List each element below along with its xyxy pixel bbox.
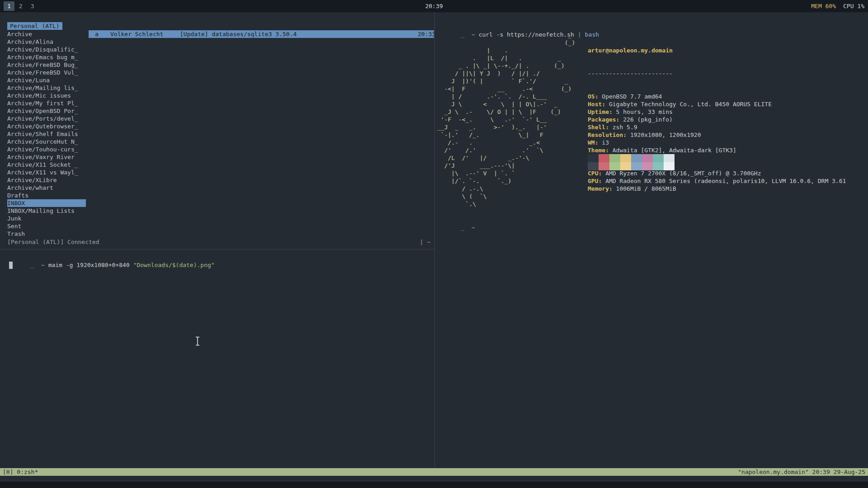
message-sender: Volker Schlecht [110,30,163,38]
neofetch-info-line: CPU: AMD Ryzen 7 2700X (8/16,_SMT_off) @… [588,169,846,177]
folder-item[interactable]: INBOX/Mailing Lists [7,207,86,215]
palette-swatch [609,154,620,162]
folder-item[interactable]: Trash [7,230,86,238]
info-value: 1920x1080, 1200x1920 [627,131,701,138]
info-value: zsh 5.9 [609,124,637,131]
pipe-char: | [578,31,581,38]
palette-swatch [620,154,631,162]
folder-item[interactable]: Archive/Qutebrowser_ [7,122,86,130]
mail-status-connected: [Personal (ATL)] Connected [7,239,99,245]
account-tab[interactable]: Personal (ATL) [7,22,62,30]
neofetch-info-line: Theme: Adwaita [GTK2], Adwaita-dark [GTK… [588,146,846,154]
info-value: OpenBSD 7.7 amd64 [598,93,662,100]
tmux-vertical-divider[interactable] [434,12,435,468]
folder-item[interactable]: Archive/Vaxry River [7,153,86,161]
info-value: Adwaita [GTK2], Adwaita-dark [GTK3] [609,147,736,154]
folder-item[interactable]: Archive/Ports/devel_ [7,115,86,122]
message-flag: a [95,30,99,38]
shell-command-arg: "Downloads/$(date).png" [133,262,215,268]
i3-status-bar: 123 20:39 MEM 60% CPU 1% [0,0,868,12]
folder-item[interactable]: Archive/Emacs bug m_ [7,53,86,61]
info-label: CPU: [588,170,602,177]
neofetch-info-line: WM: i3 [588,139,846,146]
folder-item[interactable]: INBOX [7,199,86,207]
info-label: Packages: [588,116,619,123]
palette-swatch [653,162,664,170]
info-value: 226 (pkg_info) [619,116,672,123]
folder-item[interactable]: Junk [7,215,86,222]
tmux-horizontal-divider[interactable] [0,249,434,249]
neofetch-command-line: _~curl -s https://neofetch.sh|bash [439,23,599,31]
terminal-cursor [9,262,13,269]
palette-swatch [642,154,653,162]
neofetch-info-line: OS: OpenBSD 7.7 amd64 [588,93,846,100]
palette-swatch [642,162,653,170]
folder-item[interactable]: Archive/FreeBSD Bug_ [7,61,86,69]
neofetch-info-list: OS: OpenBSD 7.7 amd64Host: Gigabyte Tech… [588,93,846,192]
folder-item[interactable]: Archive/FreeBSD Vul_ [7,69,86,76]
message-subject: [Update] databases/sqlite3 3.50.4 [180,30,297,38]
palette-swatch [599,162,609,170]
folder-item[interactable]: Sent [7,222,86,230]
folder-item[interactable]: Archive/OpenBSD Por_ [7,107,86,115]
terminal-palette [588,154,675,170]
info-value: i3 [598,139,609,146]
info-label: Uptime: [588,108,613,115]
info-label: Host: [588,101,605,108]
folder-item[interactable]: Archive/Touhou-curs_ [7,145,86,153]
info-label: Resolution: [588,131,627,138]
palette-swatch [631,154,642,162]
folder-item[interactable]: Archive [7,30,86,38]
info-label: WM: [588,139,598,146]
mail-status-scroll: | ~ [420,238,430,246]
folder-item[interactable]: Archive/X11 Socket _ [7,161,86,169]
info-label: GPU: [588,178,602,184]
folder-item[interactable]: Archive/Alina [7,38,86,46]
cpu-usage: CPU 1% [843,2,864,10]
prompt-cwd: ~ [41,262,45,268]
palette-row-bottom [588,162,675,170]
folder-item[interactable]: Archive/Luna [7,76,86,84]
neofetch-separator: ------------------------ [588,70,846,77]
folder-item[interactable]: Archive/Mailing lis_ [7,84,86,92]
neofetch-info-line: Shell: zsh 5.9 [588,123,846,131]
folder-item[interactable]: Archive/XLibre [7,176,86,184]
memory-usage: MEM 60% [811,2,836,10]
neofetch-info: artur@napoleon.my.domain ---------------… [588,31,846,208]
folder-item[interactable]: Archive/Mic issues [7,92,86,99]
palette-swatch [599,154,609,162]
neofetch-info-line: Packages: 226 (pkg_info) [588,116,846,123]
prompt-char: _ [30,262,34,268]
neofetch-title: artur@napoleon.my.domain [588,47,846,54]
clock: 20:39 [425,2,443,10]
shell-command-line: _~maim -g 868x488+0+840"Downloads/$(da… [9,253,215,261]
palette-swatch [588,162,599,170]
tmux-hostname-datetime: "napoleon.my.domain" 20:39 29-Aug-25 [738,468,865,476]
neofetch-info-line: GPU: AMD Radeon RX 580 Series (radeonsi,… [588,177,846,185]
palette-swatch [620,162,631,170]
workspace-list: 123 [4,1,38,11]
info-value: 1006MiB / 8065MiB [613,185,676,192]
folder-item[interactable]: Archive/SourceHut N_ [7,138,86,145]
neofetch-info-line: Resolution: 1920x1080, 1200x1920 [588,131,846,139]
prompt-cwd: ~ [472,224,475,231]
neofetch-ascii: _ (_) | . . |L /| . _ _ . |\ _| \--+._/|… [437,31,575,208]
mouse-text-cursor-icon [194,336,201,348]
folder-item[interactable]: Archive/whart [7,184,86,192]
desktop: 123 20:39 MEM 60% CPU 1% Personal (ATL) … [0,0,868,488]
message-row[interactable]: a Volker Schlecht [Update] databases/sql… [89,30,434,38]
bottom-gap [0,482,868,488]
workspace-button[interactable]: 1 [4,1,14,11]
folder-item[interactable]: Drafts [7,192,86,199]
folder-item[interactable]: Archive/My first Pl_ [7,99,86,107]
workspace-button[interactable]: 3 [27,1,38,11]
prompt-char: _ [461,224,464,231]
info-value: AMD Ryzen 7 2700X (8/16,_SMT_off) @ 3.70… [602,170,761,177]
palette-swatch [609,162,620,170]
neofetch-next-prompt: _~ [439,216,475,224]
folder-item[interactable]: Archive/Disqualific_ [7,46,86,53]
tmux-session-window: [0] 0:zsh* [3,468,38,476]
folder-item[interactable]: Archive/Shelf Emails [7,130,86,138]
folder-item[interactable]: Archive/X11 vs Wayl_ [7,169,86,176]
workspace-button[interactable]: 2 [15,1,26,11]
